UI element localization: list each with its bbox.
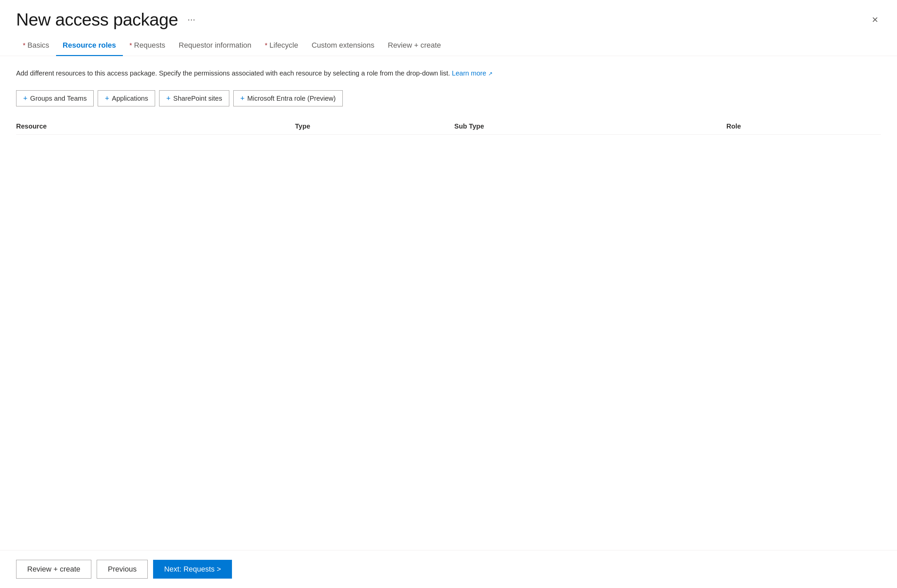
- tab-review-create[interactable]: Review + create: [381, 36, 447, 56]
- more-options-button[interactable]: ···: [185, 13, 198, 26]
- table-header: Resource Type Sub Type Role: [16, 119, 881, 134]
- review-create-button[interactable]: Review + create: [16, 560, 91, 579]
- required-star-lifecycle: *: [265, 41, 268, 49]
- plus-icon-entra: +: [240, 94, 245, 103]
- previous-button[interactable]: Previous: [97, 560, 148, 579]
- page-title: New access package: [16, 9, 178, 29]
- add-groups-teams-button[interactable]: + Groups and Teams: [16, 90, 94, 106]
- page-container: New access package ··· × * Basics Resour…: [0, 0, 897, 588]
- tab-resource-roles[interactable]: Resource roles: [56, 36, 123, 56]
- footer: Review + create Previous Next: Requests …: [0, 550, 897, 588]
- external-link-icon: ↗: [488, 71, 493, 76]
- add-applications-button[interactable]: + Applications: [98, 90, 155, 106]
- tab-lifecycle[interactable]: * Lifecycle: [258, 36, 305, 56]
- table-header-row: Resource Type Sub Type Role: [16, 119, 881, 134]
- tab-requestor-information[interactable]: Requestor information: [172, 36, 258, 56]
- column-header-type: Type: [295, 119, 455, 134]
- add-sharepoint-sites-button[interactable]: + SharePoint sites: [159, 90, 229, 106]
- content-area: Add different resources to this access p…: [0, 56, 897, 588]
- learn-more-link[interactable]: Learn more ↗: [452, 69, 493, 77]
- tabs-container: * Basics Resource roles * Requests Reque…: [0, 36, 897, 56]
- close-button[interactable]: ×: [869, 11, 881, 27]
- column-header-sub-type: Sub Type: [454, 119, 726, 134]
- tab-basics[interactable]: * Basics: [16, 36, 56, 56]
- plus-icon-groups: +: [23, 94, 28, 103]
- plus-icon-applications: +: [105, 94, 109, 103]
- resource-table: Resource Type Sub Type Role: [16, 119, 881, 134]
- required-star-basics: *: [23, 41, 26, 49]
- plus-icon-sharepoint: +: [166, 94, 170, 103]
- tab-custom-extensions[interactable]: Custom extensions: [305, 36, 381, 56]
- tab-requests[interactable]: * Requests: [123, 36, 172, 56]
- required-star-requests: *: [130, 41, 132, 49]
- column-header-resource: Resource: [16, 119, 295, 134]
- add-microsoft-entra-role-button[interactable]: + Microsoft Entra role (Preview): [233, 90, 343, 106]
- header: New access package ··· ×: [0, 0, 897, 36]
- description-text: Add different resources to this access p…: [16, 68, 881, 78]
- next-requests-button[interactable]: Next: Requests >: [153, 560, 232, 579]
- column-header-role: Role: [727, 119, 881, 134]
- header-left: New access package ···: [16, 9, 198, 29]
- action-buttons-group: + Groups and Teams + Applications + Shar…: [16, 90, 881, 106]
